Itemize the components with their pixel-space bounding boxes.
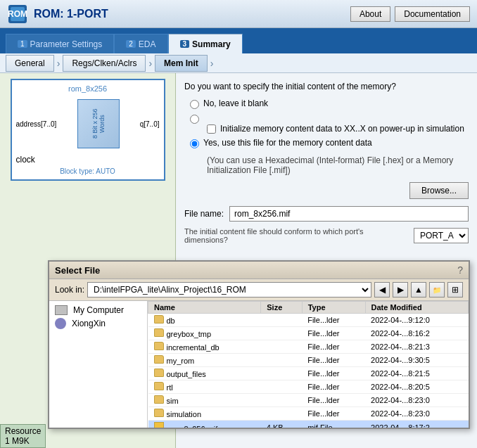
header-buttons: About Documentation: [350, 6, 470, 22]
pc-icon: [55, 305, 68, 315]
tree-panel: My Computer XiongXin: [49, 301, 148, 428]
resource-label: Resource: [5, 426, 41, 436]
svg-text:ROM: ROM: [8, 9, 27, 19]
table-row[interactable]: rom_8x256.mif4 KBmif File2022-04-...8:17…: [148, 421, 469, 428]
port-clock: clock: [16, 155, 160, 165]
nav-new-folder-button[interactable]: 📁: [429, 282, 445, 297]
table-row[interactable]: simFile...lder2022-04-...8:23:0: [148, 394, 469, 407]
option-yes: Yes, use this file for the memory conten…: [190, 138, 469, 148]
filename-input[interactable]: [229, 206, 469, 222]
tree-item-xiongxin[interactable]: XiongXin: [52, 316, 144, 331]
tab-label-3: Summary: [192, 39, 231, 49]
table-row[interactable]: output_filesFile...lder2022-04-...8:21:5: [148, 367, 469, 380]
select-file-dialog: Select File ? Look in: D:\intelFPGA_lite…: [48, 260, 470, 429]
checkbox-init: Initialize memory content data to XX..X …: [207, 124, 469, 134]
radio-no[interactable]: [190, 100, 199, 109]
port-q: q[7..0]: [140, 120, 160, 128]
breadcrumb-arrow-1: ›: [57, 58, 61, 69]
dialog-body: My Computer XiongXin Name Size Type Date…: [49, 301, 469, 428]
nav-up-button[interactable]: ▲: [411, 282, 426, 297]
schematic-title: rom_8x256: [16, 84, 160, 93]
lookin-select[interactable]: D:\intelFPGA_lite\Alinx_Project\16_ROM: [87, 282, 371, 297]
port-label: The initial content file should conform …: [184, 227, 408, 244]
option-init-group: Initialize memory content data to XX..X …: [190, 113, 469, 134]
user-icon: [55, 318, 66, 329]
col-type: Type: [302, 302, 365, 314]
note-text: (You can use a Hexadecimal (Intel-format…: [207, 155, 469, 175]
breadcrumb-general[interactable]: General: [6, 55, 54, 72]
breadcrumb-regs[interactable]: Regs/Clken/Aclrs: [63, 55, 146, 72]
dialog-toolbar: Look in: D:\intelFPGA_lite\Alinx_Project…: [49, 279, 469, 301]
table-row[interactable]: greybox_tmpFile...lder2022-04-...8:16:2: [148, 327, 469, 340]
sc-left-ports: address[7..0]: [16, 120, 57, 128]
lookin-label: Look in:: [55, 285, 84, 295]
radio-yes[interactable]: [190, 139, 199, 148]
breadcrumb-meminit[interactable]: Mem Init: [155, 55, 208, 72]
tab-label-1: Parameter Settings: [30, 39, 103, 49]
option-yes-label: Yes, use this file for the memory conten…: [203, 138, 372, 148]
breadcrumb-arrow-2: ›: [148, 58, 152, 69]
resource-value: 1 M9K: [5, 436, 41, 446]
resource-badge: Resource 1 M9K: [0, 424, 46, 448]
memory-question: Do you want to specify the initial conte…: [184, 82, 469, 91]
port-row: The initial content file should conform …: [184, 227, 469, 244]
radio-group: No, leave it blank Initialize memory con…: [190, 98, 469, 175]
sc-block: 8 Bit x 256 Words: [77, 99, 120, 148]
radio-init[interactable]: [190, 115, 199, 124]
breadcrumb: General › Regs/Clken/Aclrs › Mem Init ›: [0, 53, 477, 73]
sc-block-label: 8 Bit x 256 Words: [91, 100, 106, 148]
tab-eda[interactable]: 2 EDA: [114, 34, 167, 53]
port-select[interactable]: PORT_A PORT_B: [414, 228, 469, 243]
filename-label: File name:: [184, 209, 224, 219]
option-no: No, leave it blank: [190, 98, 469, 109]
tab-num-1: 1: [18, 40, 27, 48]
tab-parameter-settings[interactable]: 1 Parameter Settings: [6, 34, 114, 53]
dialog-title: Select File: [55, 265, 100, 276]
table-row[interactable]: my_romFile...lder2022-04-...9:30:5: [148, 354, 469, 367]
nav-forward-button[interactable]: ▶: [393, 282, 408, 297]
tree-item-mycomputer[interactable]: My Computer: [52, 304, 144, 316]
file-table: Name Size Type Date Modified dbFile...ld…: [148, 301, 469, 428]
dialog-header: Select File ?: [49, 262, 469, 279]
file-panel: Name Size Type Date Modified dbFile...ld…: [148, 301, 469, 428]
table-row[interactable]: simulationFile...lder2022-04-...8:23:0: [148, 407, 469, 421]
nav-view-button[interactable]: ⊞: [447, 282, 463, 297]
dialog-help-icon[interactable]: ?: [457, 264, 463, 276]
option-init: [190, 113, 469, 124]
header: ROM ROM: 1-PORT About Documentation: [0, 0, 477, 28]
app-icon: ROM: [7, 4, 28, 25]
tabs-row: 1 Parameter Settings 2 EDA 3 Summary: [0, 28, 477, 53]
app-title: ROM: 1-PORT: [34, 8, 350, 20]
port-address: address[7..0]: [16, 120, 57, 128]
browse-row: Browse...: [184, 182, 469, 199]
block-type-label: Block type: AUTO: [16, 167, 160, 175]
col-date: Date Modified: [365, 302, 468, 314]
tab-num-2: 2: [126, 40, 136, 48]
browse-button[interactable]: Browse...: [409, 182, 469, 199]
filename-row: File name:: [184, 206, 469, 222]
tab-num-3: 3: [180, 40, 190, 48]
col-size: Size: [261, 302, 302, 314]
nav-back-button[interactable]: ◀: [374, 282, 390, 297]
tab-summary[interactable]: 3 Summary: [168, 34, 243, 53]
option-no-label: No, leave it blank: [203, 98, 268, 108]
table-row[interactable]: rtlFile...lder2022-04-...8:20:5: [148, 380, 469, 394]
option-init-text: Initialize memory content data to XX..X …: [220, 124, 464, 134]
schematic-inner: address[7..0] 8 Bit x 256 Words q[7..0]: [16, 96, 160, 152]
table-row[interactable]: incremental_dbFile...lder2022-04-...8:21…: [148, 340, 469, 354]
sc-right-ports: q[7..0]: [140, 120, 160, 128]
documentation-button[interactable]: Documentation: [395, 6, 470, 22]
col-name: Name: [148, 302, 261, 314]
schematic-box: rom_8x256 address[7..0] 8 Bit x 256 Word…: [11, 79, 165, 181]
about-button[interactable]: About: [350, 6, 390, 22]
breadcrumb-arrow-3: ›: [210, 58, 214, 69]
checkbox-init-input[interactable]: [207, 124, 216, 134]
table-row[interactable]: dbFile...lder2022-04-...9:12:0: [148, 314, 469, 327]
tab-label-2: EDA: [139, 39, 156, 49]
